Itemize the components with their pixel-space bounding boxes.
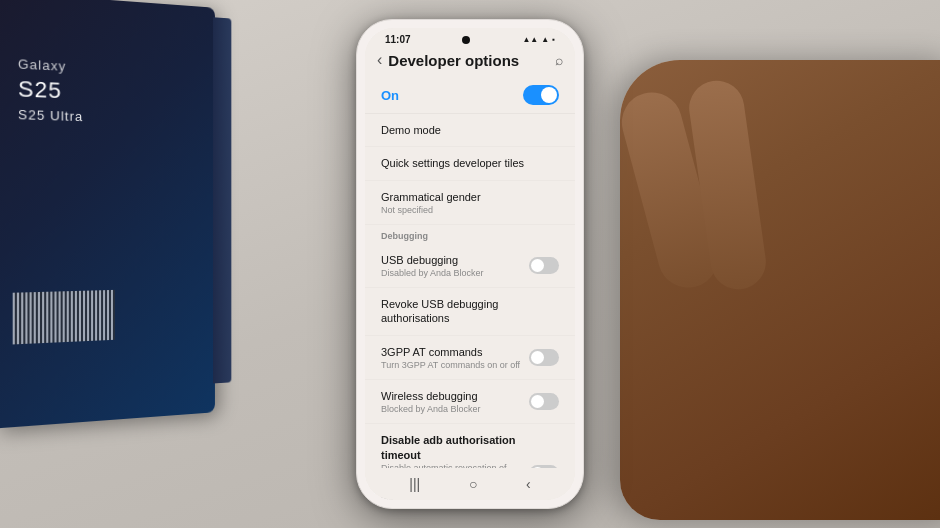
status-bar: 11:07 ▲▲ ▲ ▪ (365, 28, 575, 47)
wireless-debugging-subtitle: Blocked by Anda Blocker (381, 404, 481, 414)
samsung-variant: S25 Ultra (18, 106, 83, 127)
3gpp-title: 3GPP AT commands (381, 345, 520, 359)
wifi-icon: ▲ (541, 35, 549, 44)
developer-toggle-switch[interactable] (523, 85, 559, 105)
settings-item-demo-mode[interactable]: Demo mode (365, 114, 575, 147)
battery-icon: ▪ (552, 35, 555, 44)
phone: 11:07 ▲▲ ▲ ▪ ‹ Developer options ⌕ On (356, 19, 584, 509)
settings-item-revoke-usb[interactable]: Revoke USB debugging authorisations (365, 288, 575, 336)
wireless-debugging-title: Wireless debugging (381, 389, 481, 403)
usb-debugging-row: USB debugging Disabled by Anda Blocker (381, 253, 559, 278)
header: ‹ Developer options ⌕ (365, 47, 575, 77)
settings-item-quick-settings[interactable]: Quick settings developer tiles (365, 147, 575, 180)
back-button[interactable]: ‹ (377, 51, 382, 69)
wireless-debugging-text: Wireless debugging Blocked by Anda Block… (381, 389, 481, 414)
samsung-box-label: Galaxy S25 S25 Ultra (18, 55, 83, 126)
developer-toggle-row: On (365, 77, 575, 114)
usb-debugging-toggle[interactable] (529, 257, 559, 274)
nav-bar: ||| ○ ‹ (365, 468, 575, 500)
box-side (213, 17, 231, 383)
status-icons: ▲▲ ▲ ▪ (522, 35, 555, 44)
usb-debugging-title: USB debugging (381, 253, 484, 267)
phone-wrapper: 11:07 ▲▲ ▲ ▪ ‹ Developer options ⌕ On (356, 19, 584, 509)
settings-item-usb-debugging[interactable]: USB debugging Disabled by Anda Blocker (365, 244, 575, 288)
wireless-debugging-toggle[interactable] (529, 393, 559, 410)
search-icon[interactable]: ⌕ (555, 52, 563, 68)
grammatical-gender-subtitle: Not specified (381, 205, 559, 215)
settings-list: Demo mode Quick settings developer tiles… (365, 114, 575, 500)
settings-item-wireless-debugging[interactable]: Wireless debugging Blocked by Anda Block… (365, 380, 575, 424)
samsung-brand: Galaxy (18, 55, 83, 77)
3gpp-row: 3GPP AT commands Turn 3GPP AT commands o… (381, 345, 559, 370)
quick-settings-title: Quick settings developer tiles (381, 156, 559, 170)
wireless-debugging-row: Wireless debugging Blocked by Anda Block… (381, 389, 559, 414)
usb-debugging-text: USB debugging Disabled by Anda Blocker (381, 253, 484, 278)
recent-apps-button[interactable]: ||| (409, 476, 420, 492)
settings-item-3gpp[interactable]: 3GPP AT commands Turn 3GPP AT commands o… (365, 336, 575, 380)
3gpp-text: 3GPP AT commands Turn 3GPP AT commands o… (381, 345, 520, 370)
page-title: Developer options (388, 52, 555, 69)
home-button[interactable]: ○ (469, 476, 477, 492)
debugging-section-label: Debugging (365, 225, 575, 244)
3gpp-toggle[interactable] (529, 349, 559, 366)
grammatical-gender-title: Grammatical gender (381, 190, 559, 204)
samsung-box: Galaxy S25 S25 Ultra (0, 0, 215, 428)
revoke-usb-title: Revoke USB debugging authorisations (381, 297, 559, 326)
hand (620, 60, 940, 520)
3gpp-subtitle: Turn 3GPP AT commands on or off (381, 360, 520, 370)
barcode (13, 290, 115, 345)
status-time: 11:07 (385, 34, 411, 45)
samsung-model: S25 (18, 74, 83, 108)
demo-mode-title: Demo mode (381, 123, 559, 137)
disable-adb-title: Disable adb authorisation timeout (381, 433, 521, 462)
signal-icon: ▲▲ (522, 35, 538, 44)
settings-item-grammatical-gender[interactable]: Grammatical gender Not specified (365, 181, 575, 225)
camera-hole (462, 36, 470, 44)
back-nav-button[interactable]: ‹ (526, 476, 531, 492)
toggle-label: On (381, 88, 399, 103)
usb-debugging-subtitle: Disabled by Anda Blocker (381, 268, 484, 278)
phone-screen: 11:07 ▲▲ ▲ ▪ ‹ Developer options ⌕ On (365, 28, 575, 500)
